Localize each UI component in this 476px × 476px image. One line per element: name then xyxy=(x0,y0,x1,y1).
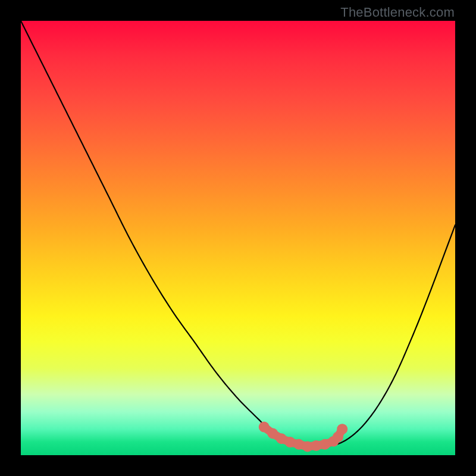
plot-area xyxy=(21,21,455,455)
attribution-label: TheBottleneck.com xyxy=(340,5,455,20)
chart-svg xyxy=(21,21,455,455)
bottleneck-curve-path xyxy=(21,21,455,447)
highlight-marker xyxy=(337,424,347,434)
highlight-markers xyxy=(259,422,347,452)
highlight-marker xyxy=(259,422,270,433)
chart-frame: TheBottleneck.com xyxy=(0,0,476,476)
